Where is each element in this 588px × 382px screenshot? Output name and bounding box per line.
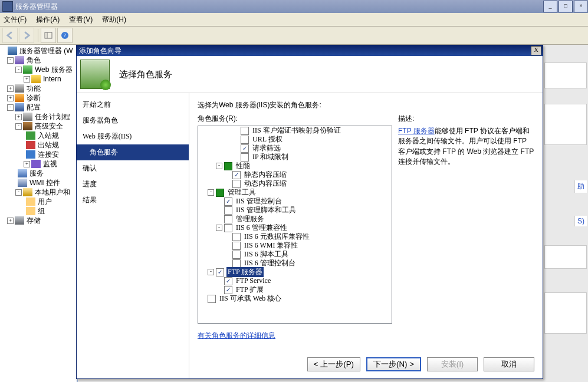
help-button[interactable]: ? — [57, 28, 73, 43]
menu-file[interactable]: 文件(F) — [4, 15, 27, 25]
tree-services[interactable]: 服务 — [28, 169, 45, 179]
cb-dynamic-compress[interactable] — [232, 180, 241, 188]
minimize-button[interactable]: _ — [543, 1, 557, 12]
expand-config[interactable]: - — [7, 104, 14, 111]
tree-groups[interactable]: 组 — [37, 206, 46, 216]
cb-static-compress[interactable] — [232, 171, 241, 179]
pm-ftp[interactable]: - — [208, 269, 214, 275]
expand-storage[interactable]: + — [7, 218, 14, 224]
maximize-button[interactable]: □ — [559, 1, 573, 12]
expand-lug[interactable]: - — [15, 189, 22, 196]
description-pane: 描述: FTP 服务器能够使用 FTP 协议在客户端和服务器之间传输文件。用户可… — [398, 114, 534, 341]
expand-features[interactable]: + — [7, 85, 14, 92]
expand-internet[interactable]: + — [24, 76, 30, 83]
nav-progress[interactable]: 进度 — [77, 176, 189, 192]
prev-button[interactable]: < 上一步(P) — [307, 357, 360, 371]
nav-back-button[interactable] — [2, 28, 18, 43]
pm-mgmt-tools[interactable]: - — [208, 189, 214, 196]
expand-firewall[interactable]: - — [15, 123, 22, 130]
tree-features[interactable]: 功能 — [25, 84, 42, 94]
tree-wmi[interactable]: WMI 控件 — [28, 178, 61, 188]
tree-internet[interactable]: Intern — [42, 75, 63, 83]
toolbar: ? — [0, 27, 588, 45]
fragment-help: 助 — [574, 180, 587, 193]
cb-iis6-wmi[interactable] — [232, 242, 241, 250]
cb-iis6-console[interactable] — [232, 259, 241, 268]
tree-connsec[interactable]: 连接安 — [37, 150, 60, 160]
role-services-list[interactable]: IIS 客户端证书映射身份验证 URL 授权 请求筛选 IP 和域限制 -性能 … — [198, 126, 392, 324]
cb-request-filter[interactable] — [241, 144, 249, 153]
install-button[interactable]: 安装(I) — [427, 357, 478, 371]
menu-bar: 文件(F) 操作(A) 查看(V) 帮助(H) — [0, 13, 588, 27]
tree-task-scheduler[interactable]: 任务计划程 — [34, 112, 71, 122]
cb-iis-console[interactable] — [224, 197, 232, 206]
nav-confirm[interactable]: 确认 — [77, 160, 189, 176]
close-button[interactable]: × — [574, 1, 588, 12]
cb-ftp-server[interactable] — [216, 268, 224, 276]
svc-ftp-service[interactable]: FTP Service — [235, 276, 272, 285]
nav-results[interactable]: 结果 — [77, 192, 189, 208]
tree-outbound[interactable]: 出站规 — [37, 140, 60, 150]
tree-monitoring[interactable]: 监视 — [42, 159, 58, 169]
nav-server-roles[interactable]: 服务器角色 — [77, 113, 189, 129]
expand-roles[interactable]: - — [7, 57, 14, 64]
app-icon — [2, 1, 13, 12]
tree-web-server[interactable]: Web 服务器 — [34, 65, 74, 75]
expand-monitor[interactable]: + — [24, 161, 30, 167]
add-roles-wizard: 添加角色向导 X 选择角色服务 开始之前 服务器角色 Web 服务器(IIS) … — [76, 45, 543, 379]
cb-iis6-scripting[interactable] — [232, 251, 241, 259]
more-info-link[interactable]: 有关角色服务的详细信息 — [198, 331, 275, 340]
nav-web-iis[interactable]: Web 服务器(IIS) — [77, 129, 189, 144]
cb-ftp-service[interactable] — [224, 277, 232, 285]
menu-action[interactable]: 操作(A) — [36, 15, 60, 25]
cb-hostable-core[interactable] — [208, 295, 216, 303]
cb-iis-scripts[interactable] — [224, 206, 232, 215]
next-button[interactable]: 下一步(N) > — [366, 357, 421, 371]
tree-configuration[interactable]: 配置 — [25, 103, 42, 113]
wizard-nav: 开始之前 服务器角色 Web 服务器(IIS) 角色服务 确认 进度 结果 — [77, 93, 189, 378]
console-tree[interactable]: 服务器管理器 (W -角色 -Web 服务器 +Intern +功能 +诊断 -… — [0, 45, 78, 382]
cb-mgmt-tools[interactable] — [216, 189, 224, 197]
tree-storage[interactable]: 存储 — [25, 216, 42, 226]
fragment-s: S) — [574, 216, 587, 226]
cb-iis-client-cert[interactable] — [241, 127, 249, 135]
tree-adv-firewall[interactable]: 高级安全 — [34, 121, 64, 131]
svg-text:?: ? — [64, 32, 66, 38]
svg-rect-0 — [45, 32, 52, 38]
cb-ftp-ext[interactable] — [224, 286, 232, 294]
cb-performance[interactable] — [224, 162, 232, 170]
tree-users[interactable]: 用户 — [37, 197, 53, 207]
cb-iis6-compat[interactable] — [224, 224, 232, 232]
tree-root[interactable]: 服务器管理器 (W — [18, 46, 74, 56]
wizard-header: 选择角色服务 — [77, 56, 543, 93]
expand-task[interactable]: + — [15, 114, 22, 120]
menu-view[interactable]: 查看(V) — [69, 15, 93, 25]
nav-before[interactable]: 开始之前 — [77, 97, 189, 113]
tree-diagnostics[interactable]: 诊断 — [25, 93, 42, 103]
description-keyword-link[interactable]: FTP 服务器 — [398, 127, 435, 135]
wizard-header-icon — [80, 60, 110, 89]
tree-inbound[interactable]: 入站规 — [37, 131, 60, 141]
pm-iis6[interactable]: - — [216, 225, 222, 231]
window-title: 服务器管理器 — [15, 2, 58, 12]
description-label: 描述: — [398, 114, 534, 124]
cb-ip-domain[interactable] — [241, 153, 249, 162]
cb-url-auth[interactable] — [241, 136, 249, 144]
expand-diag[interactable]: + — [7, 95, 14, 101]
show-hide-tree-button[interactable] — [41, 28, 56, 43]
nav-forward-button[interactable] — [19, 28, 34, 43]
svc-hostable-core[interactable]: IIS 可承载 Web 核心 — [218, 294, 282, 304]
cancel-button[interactable]: 取消 — [484, 357, 534, 371]
svc-ftp-server[interactable]: FTP 服务器 — [226, 267, 264, 277]
tree-local-users[interactable]: 本地用户和 — [34, 187, 71, 197]
pm-performance[interactable]: - — [216, 163, 222, 169]
expand-web[interactable]: - — [15, 67, 22, 73]
cb-iis6-metabase[interactable] — [232, 233, 241, 241]
cb-mgmt-service[interactable] — [224, 215, 232, 223]
tree-roles[interactable]: 角色 — [25, 55, 42, 65]
menu-help[interactable]: 帮助(H) — [102, 15, 126, 25]
wizard-title: 添加角色向导 — [79, 46, 121, 56]
wizard-close-button[interactable]: X — [531, 46, 541, 55]
nav-role-services[interactable]: 角色服务 — [77, 144, 189, 160]
svc-ip-domain[interactable]: IP 和域限制 — [251, 152, 290, 162]
